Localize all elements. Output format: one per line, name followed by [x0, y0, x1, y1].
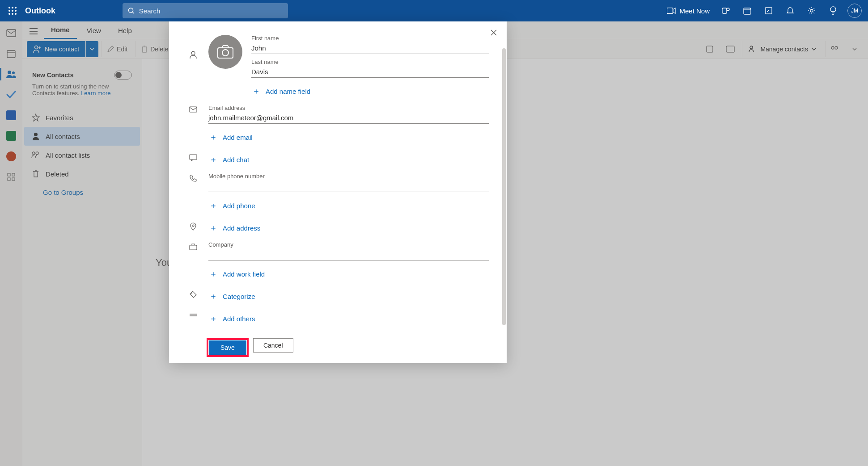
svg-point-7	[12, 13, 13, 15]
svg-rect-46	[190, 107, 197, 112]
svg-point-45	[222, 50, 229, 56]
svg-point-13	[727, 8, 729, 11]
svg-point-8	[15, 13, 17, 15]
plus-icon: ＋	[208, 200, 218, 211]
svg-point-0	[8, 7, 10, 8]
briefcase-icon	[189, 243, 197, 250]
svg-rect-11	[667, 8, 673, 14]
phone-label: Mobile phone number	[208, 173, 489, 180]
plus-icon: ＋	[251, 86, 261, 97]
close-icon	[491, 29, 497, 36]
save-button[interactable]: Save	[209, 340, 246, 355]
svg-point-3	[8, 10, 10, 12]
location-icon	[190, 223, 197, 231]
meet-now-button[interactable]: Meet Now	[662, 7, 714, 15]
svg-line-10	[132, 12, 134, 14]
teams-icon	[721, 6, 730, 15]
plus-icon: ＋	[208, 313, 218, 324]
contact-photo-button[interactable]	[208, 35, 242, 69]
avatar: JM	[847, 4, 862, 18]
add-address-button[interactable]: ＋ Add address	[208, 219, 489, 237]
svg-point-17	[810, 9, 813, 12]
company-input[interactable]	[208, 249, 489, 260]
video-icon	[667, 8, 676, 14]
svg-point-6	[8, 13, 10, 15]
categorize-button[interactable]: ＋ Categorize	[208, 287, 489, 305]
add-chat-button[interactable]: ＋ Add chat	[208, 151, 489, 168]
phone-input[interactable]	[208, 181, 489, 192]
svg-point-48	[192, 225, 194, 227]
mail-icon	[189, 106, 197, 113]
email-label: Email address	[208, 105, 489, 111]
svg-point-5	[15, 10, 17, 12]
new-contact-modal: First name Last name ＋ Add name field	[169, 21, 507, 363]
settings-button[interactable]	[802, 1, 821, 21]
calendar-header-button[interactable]	[737, 1, 757, 21]
brand-label: Outlook	[25, 6, 55, 16]
svg-rect-16	[766, 8, 772, 14]
phone-icon	[190, 175, 197, 182]
app-launcher-button[interactable]	[4, 2, 21, 20]
note-icon	[765, 7, 773, 15]
add-phone-button[interactable]: ＋ Add phone	[208, 197, 489, 214]
plus-icon: ＋	[208, 154, 218, 165]
email-input[interactable]	[208, 112, 489, 124]
plus-icon: ＋	[208, 132, 218, 143]
plus-icon: ＋	[208, 269, 218, 279]
tips-button[interactable]	[823, 1, 843, 21]
plus-icon: ＋	[208, 291, 218, 302]
add-others-button[interactable]: ＋ Add others	[208, 310, 489, 327]
svg-rect-49	[190, 245, 197, 250]
svg-point-43	[191, 51, 195, 55]
more-icon	[189, 313, 197, 317]
lightbulb-icon	[830, 6, 837, 15]
account-button[interactable]: JM	[845, 1, 864, 21]
calendar-icon	[743, 7, 751, 15]
person-icon	[190, 51, 197, 59]
last-name-label: Last name	[251, 59, 489, 65]
add-name-field-button[interactable]: ＋ Add name field	[251, 82, 489, 100]
bell-icon	[786, 7, 794, 15]
search-icon	[128, 7, 135, 14]
svg-point-9	[128, 8, 133, 13]
chat-icon	[189, 154, 197, 161]
notifications-button[interactable]	[780, 1, 800, 21]
modal-scrollbar[interactable]	[502, 48, 506, 325]
teams-button[interactable]	[716, 1, 736, 21]
last-name-input[interactable]	[251, 66, 489, 78]
first-name-label: First name	[251, 35, 489, 42]
save-highlight: Save	[207, 338, 249, 357]
svg-rect-12	[722, 8, 727, 13]
plus-icon: ＋	[208, 223, 218, 233]
add-work-field-button[interactable]: ＋ Add work field	[208, 265, 489, 283]
tag-icon	[190, 291, 197, 298]
first-name-input[interactable]	[251, 42, 489, 54]
search-input[interactable]	[139, 7, 283, 15]
note-button[interactable]	[759, 1, 779, 21]
svg-rect-47	[190, 155, 197, 160]
company-label: Company	[208, 241, 489, 248]
waffle-icon	[8, 7, 17, 15]
meet-now-label: Meet Now	[679, 7, 710, 15]
app-header: Outlook Meet Now JM	[0, 0, 868, 21]
svg-point-50	[191, 293, 192, 294]
add-email-button[interactable]: ＋ Add email	[208, 128, 489, 146]
gear-icon	[808, 7, 816, 15]
svg-point-1	[12, 7, 13, 8]
camera-icon	[217, 45, 233, 59]
search-box[interactable]	[123, 3, 288, 18]
svg-point-2	[15, 7, 17, 8]
svg-rect-14	[744, 8, 751, 14]
cancel-button[interactable]: Cancel	[253, 338, 293, 353]
svg-point-4	[12, 10, 13, 12]
close-button[interactable]	[487, 26, 500, 39]
